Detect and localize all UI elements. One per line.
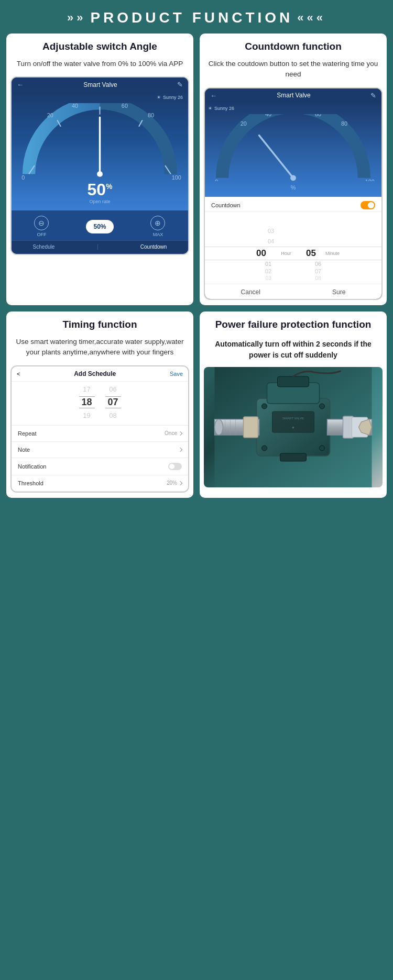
min-below2: 07 bbox=[304, 268, 333, 274]
note-chevron-icon bbox=[178, 447, 182, 451]
note-row[interactable]: Note bbox=[12, 442, 188, 458]
svg-text:0: 0 bbox=[215, 178, 218, 181]
off-button[interactable]: ⊖ OFF bbox=[34, 216, 49, 237]
svg-text:60: 60 bbox=[315, 114, 321, 117]
schedule-back-icon[interactable]: < bbox=[17, 371, 20, 377]
sure-button[interactable]: Sure bbox=[332, 288, 345, 296]
tab-countdown[interactable]: Countdown bbox=[140, 244, 167, 250]
threshold-val: 20% bbox=[167, 480, 177, 486]
svg-point-28 bbox=[320, 446, 325, 451]
tab-schedule[interactable]: Schedule bbox=[33, 244, 55, 250]
min-above2 bbox=[301, 215, 330, 225]
card1-weather-text: Sunny 26 bbox=[163, 95, 183, 100]
notification-toggle[interactable] bbox=[168, 463, 182, 470]
schedule-header: < Add Schedule Save bbox=[12, 366, 188, 382]
schedule-save[interactable]: Save bbox=[170, 371, 183, 377]
svg-text:80: 80 bbox=[148, 112, 154, 118]
time-picker-below2: 02 07 bbox=[205, 268, 381, 275]
card1-gauge-area: ☀ Sunny 26 bbox=[12, 91, 188, 210]
card2-phone-header: ← Smart Valve ✎ bbox=[205, 88, 381, 102]
svg-point-14 bbox=[290, 175, 296, 181]
tab-divider bbox=[97, 244, 98, 250]
hour-below1: 01 bbox=[254, 261, 283, 267]
card1-title: Adjustable switch Angle bbox=[6, 34, 193, 55]
svg-rect-24 bbox=[278, 376, 309, 387]
time-picker-below1: 01 06 bbox=[205, 260, 381, 268]
right-arrows-icon: ««« bbox=[297, 11, 326, 25]
schedule-title: Add Schedule bbox=[74, 370, 116, 377]
gauge-svg: 0 20 40 60 80 100 bbox=[15, 103, 185, 181]
min-above1 bbox=[301, 226, 330, 236]
min-above0 bbox=[301, 237, 330, 246]
gauge-pill-value[interactable]: 50% bbox=[86, 220, 113, 233]
hour-label: Hour bbox=[276, 251, 297, 256]
card3-phone: < Add Schedule Save 17 06 18 07 19 08 bbox=[10, 365, 189, 493]
svg-text:100: 100 bbox=[365, 178, 375, 181]
sched-time-main-row: 18 07 bbox=[12, 395, 188, 410]
card-countdown: Countdown function Click the coutdown bu… bbox=[200, 34, 387, 305]
card2-gauge-pct: % bbox=[208, 184, 378, 191]
schedule-settings: Repeat Once Note Notification bbox=[12, 426, 188, 492]
cancel-button[interactable]: Cancel bbox=[241, 288, 260, 296]
spacer6 bbox=[283, 275, 304, 281]
notification-row[interactable]: Notification bbox=[12, 458, 188, 475]
svg-point-31 bbox=[215, 419, 223, 435]
card2-title: Countdown function bbox=[200, 34, 387, 55]
gauge-unit: % bbox=[106, 183, 112, 191]
note-value-group bbox=[179, 448, 182, 451]
sched-hour-prev: 17 bbox=[79, 385, 95, 393]
gauge-controls: ⊖ OFF 50% ⊕ MAX bbox=[12, 210, 188, 240]
svg-text:0: 0 bbox=[21, 174, 25, 181]
hour-below3: 03 bbox=[254, 275, 283, 281]
sched-hour-main: 18 bbox=[79, 396, 95, 408]
card2-sun-icon: ☀ bbox=[208, 106, 212, 111]
sched-hour-next: 19 bbox=[79, 411, 95, 419]
hour-above0: 04 bbox=[257, 237, 286, 246]
page-header: »» PRODUCT FUNCTION ««« bbox=[0, 0, 393, 34]
threshold-label: Threshold bbox=[18, 480, 43, 486]
svg-rect-42 bbox=[280, 453, 307, 461]
off-icon: ⊖ bbox=[34, 216, 49, 230]
phone-tabs: Schedule Countdown bbox=[12, 240, 188, 254]
card1-phone-title: Smart Valve bbox=[24, 81, 177, 88]
card2-gauge-svg: 0 20 40 60 80 100 bbox=[208, 114, 378, 182]
card1-phone-header: ← Smart Valve ✎ bbox=[12, 77, 188, 91]
sched-min-prev: 06 bbox=[105, 385, 121, 393]
countdown-toggle[interactable] bbox=[361, 201, 375, 209]
repeat-value-group: Once bbox=[165, 430, 182, 436]
hour-above1-val: 03 bbox=[268, 226, 274, 236]
card2-phone-title: Smart Valve bbox=[217, 92, 370, 99]
svg-point-25 bbox=[262, 404, 267, 409]
sched-time-next: 19 08 bbox=[12, 410, 188, 421]
time-picker-above1: 03 bbox=[205, 226, 381, 236]
card1-weather: ☀ Sunny 26 bbox=[157, 95, 183, 100]
max-button[interactable]: ⊕ MAX bbox=[150, 216, 165, 237]
notification-label: Notification bbox=[18, 463, 46, 470]
spacer4 bbox=[283, 261, 304, 267]
svg-text:80: 80 bbox=[341, 120, 347, 126]
threshold-row[interactable]: Threshold 20% bbox=[12, 475, 188, 492]
threshold-value-group: 20% bbox=[167, 480, 182, 486]
left-arrows-icon: »» bbox=[67, 11, 86, 25]
countdown-area: Countdown bbox=[205, 197, 381, 299]
svg-text:100: 100 bbox=[172, 174, 181, 181]
repeat-row[interactable]: Repeat Once bbox=[12, 426, 188, 442]
spacer2 bbox=[286, 226, 301, 236]
time-picker-selected: 00 Hour 05 Minute bbox=[205, 247, 381, 260]
svg-text:●: ● bbox=[292, 425, 294, 430]
picker-actions: Cancel Sure bbox=[205, 284, 381, 299]
svg-text:20: 20 bbox=[241, 120, 247, 126]
svg-text:SMART VALVE: SMART VALVE bbox=[282, 417, 304, 420]
card1-phone: ← Smart Valve ✎ ☀ Sunny 26 bbox=[10, 76, 189, 255]
gauge-value: 50% bbox=[87, 181, 112, 198]
time-picker: 03 04 bbox=[205, 212, 381, 284]
sched-time-prev: 17 06 bbox=[12, 384, 188, 395]
repeat-val: Once bbox=[165, 430, 177, 436]
card4-desc: Automatically turn off within 2 seconds … bbox=[200, 333, 387, 365]
svg-text:40: 40 bbox=[72, 103, 78, 109]
minute-label: Minute bbox=[325, 251, 340, 256]
card2-gauge-unit: % bbox=[291, 184, 296, 191]
card2-weather: ☀ Sunny 26 bbox=[208, 106, 376, 111]
min-below1: 06 bbox=[304, 261, 333, 267]
gauge-number: 50 bbox=[87, 180, 106, 199]
